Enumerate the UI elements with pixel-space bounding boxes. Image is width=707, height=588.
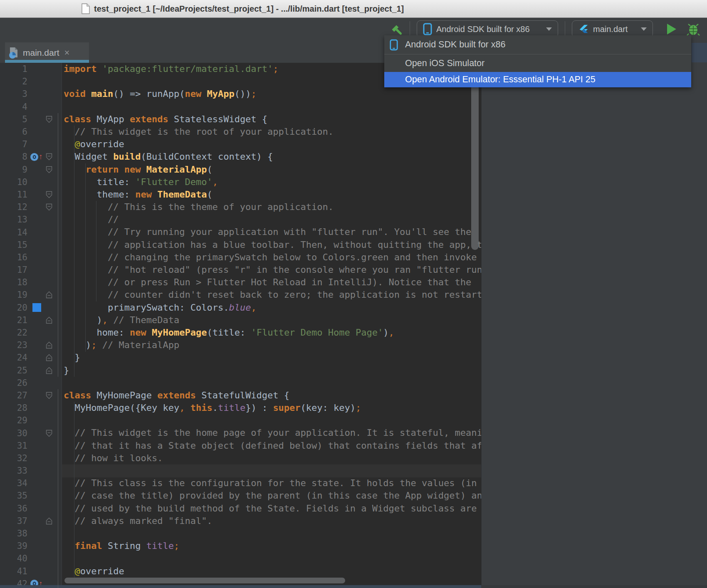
- code-line[interactable]: // Try running your application with "fl…: [62, 226, 481, 238]
- gutter-icon-slot: [27, 540, 46, 552]
- code-line[interactable]: // that it has a State object (defined b…: [62, 440, 481, 452]
- code-line[interactable]: @override: [62, 565, 481, 578]
- fold-slot: [46, 276, 60, 289]
- code-line[interactable]: // used by the build method of the State…: [62, 502, 481, 515]
- window-title: test_project_1 [~/IdeaProjects/test_proj…: [94, 4, 404, 14]
- line-number: 30: [0, 428, 27, 438]
- color-preview-swatch[interactable]: [27, 301, 46, 314]
- code-line[interactable]: // "hot reload" (press "r" in the consol…: [62, 264, 481, 276]
- flutter-build-hammer-icon[interactable]: [389, 22, 403, 36]
- code-line[interactable]: home: new MyHomePage(title: 'Flutter Dem…: [62, 326, 481, 339]
- code-line[interactable]: [62, 377, 481, 389]
- gutter-row: 39: [0, 540, 62, 552]
- gutter-row: 35: [0, 489, 62, 502]
- fold-end-icon[interactable]: [46, 364, 60, 377]
- code-line[interactable]: // how it looks.: [62, 452, 481, 464]
- fold-start-icon[interactable]: [46, 151, 60, 163]
- code-line[interactable]: // This widget is the home page of your …: [62, 427, 481, 439]
- code-line[interactable]: }: [62, 351, 481, 364]
- code-line[interactable]: // case the title) provided by the paren…: [62, 489, 481, 502]
- code-line[interactable]: // always marked "final".: [62, 515, 481, 527]
- code-line[interactable]: ); // MaterialApp: [62, 339, 481, 351]
- fold-start-icon[interactable]: [46, 201, 60, 213]
- code-line[interactable]: @override: [62, 138, 481, 151]
- gutter-icon-slot: [27, 489, 46, 502]
- fold-end-icon[interactable]: [46, 351, 60, 364]
- gutter-row: 6: [0, 126, 62, 138]
- fold-slot: [46, 264, 60, 276]
- code-line[interactable]: MyHomePage({Key key, this.title}) : supe…: [62, 402, 481, 414]
- line-number: 40: [0, 553, 27, 563]
- code-line[interactable]: // counter didn't reset back to zero; th…: [62, 289, 481, 301]
- device-popup-item[interactable]: Open Android Emulator: Esssential PH-1 A…: [384, 72, 691, 87]
- editor-area[interactable]: 12345678o↑910111213141516171819202122232…: [0, 63, 481, 588]
- close-icon[interactable]: ×: [64, 48, 70, 57]
- fold-start-icon[interactable]: [46, 163, 60, 176]
- gutter-icon-slot: [27, 402, 46, 414]
- fold-end-icon[interactable]: [46, 289, 60, 301]
- code-line[interactable]: [62, 552, 481, 565]
- gutter-row: 19: [0, 289, 62, 301]
- gutter-row: 15: [0, 239, 62, 251]
- gutter-row: 17: [0, 264, 62, 276]
- device-popup-item[interactable]: Android SDK built for x86: [384, 35, 691, 54]
- fold-start-icon[interactable]: [46, 427, 60, 439]
- code-line[interactable]: final String title;: [62, 540, 481, 552]
- line-number: 29: [0, 415, 27, 425]
- gutter-icon-slot: [27, 126, 46, 138]
- code-line[interactable]: ), // ThemeData: [62, 314, 481, 326]
- fold-slot: [46, 502, 60, 515]
- code-line[interactable]: }: [62, 364, 481, 377]
- gutter-icon-slot: [27, 502, 46, 515]
- window-bottom-edge-right: [481, 585, 707, 588]
- line-number: 38: [0, 529, 27, 539]
- chevron-down-icon: [641, 27, 647, 31]
- code-line[interactable]: // This widget is the root of your appli…: [62, 126, 481, 138]
- gutter-row: 3: [0, 88, 62, 100]
- code-line[interactable]: title: 'Flutter Demo',: [62, 176, 481, 188]
- gutter-row: 29: [0, 414, 62, 427]
- tab-main-dart[interactable]: main.dart ×: [5, 42, 89, 63]
- horizontal-scrollbar[interactable]: [64, 578, 345, 583]
- device-selector-popup: Android SDK built for x86Open iOS Simula…: [384, 35, 691, 87]
- vertical-scrollbar[interactable]: [471, 63, 479, 250]
- code-line[interactable]: return new MaterialApp(: [62, 163, 481, 176]
- gutter-icon-slot: [27, 464, 46, 477]
- code-line[interactable]: theme: new ThemeData(: [62, 188, 481, 201]
- gutter-row: 40: [0, 552, 62, 565]
- override-marker-icon[interactable]: o↑: [27, 151, 46, 163]
- code-line[interactable]: // This is the theme of your application…: [62, 201, 481, 213]
- code-pane[interactable]: import 'package:flutter/material.dart';v…: [62, 63, 481, 588]
- fold-end-icon[interactable]: [46, 339, 60, 351]
- code-line[interactable]: // changing the primarySwatch below to C…: [62, 251, 481, 264]
- code-line[interactable]: // application has a blue toolbar. Then,…: [62, 239, 481, 251]
- fold-end-icon[interactable]: [46, 314, 60, 326]
- line-number: 33: [0, 466, 27, 476]
- flutter-logo-icon: [578, 23, 589, 35]
- code-line[interactable]: class MyHomePage extends StatefulWidget …: [62, 389, 481, 402]
- code-line[interactable]: [62, 414, 481, 427]
- code-line[interactable]: [62, 101, 481, 113]
- code-line[interactable]: [62, 527, 481, 540]
- device-popup-item[interactable]: Open iOS Simulator: [384, 54, 691, 72]
- run-button[interactable]: [666, 23, 677, 35]
- fold-start-icon[interactable]: [46, 389, 60, 402]
- gutter-row: 32: [0, 452, 62, 464]
- phone-icon: [390, 39, 398, 51]
- code-line[interactable]: //: [62, 213, 481, 226]
- code-line[interactable]: primarySwatch: Colors.blue,: [62, 301, 481, 314]
- code-line[interactable]: void main() => runApp(new MyApp());: [62, 88, 481, 100]
- gutter-row: 23: [0, 339, 62, 351]
- code-line[interactable]: Widget build(BuildContext context) {: [62, 151, 481, 163]
- fold-start-icon[interactable]: [46, 188, 60, 201]
- debug-button[interactable]: [686, 22, 700, 36]
- fold-start-icon[interactable]: [46, 113, 60, 126]
- gutter-row: 13: [0, 213, 62, 226]
- code-line[interactable]: // This class is the configuration for t…: [62, 477, 481, 489]
- code-line[interactable]: // or press Run > Flutter Hot Reload in …: [62, 276, 481, 289]
- code-line[interactable]: [62, 464, 481, 477]
- fold-slot: [46, 213, 60, 226]
- gutter-icon-slot: [27, 163, 46, 176]
- code-line[interactable]: class MyApp extends StatelessWidget {: [62, 113, 481, 126]
- fold-end-icon[interactable]: [46, 515, 60, 527]
